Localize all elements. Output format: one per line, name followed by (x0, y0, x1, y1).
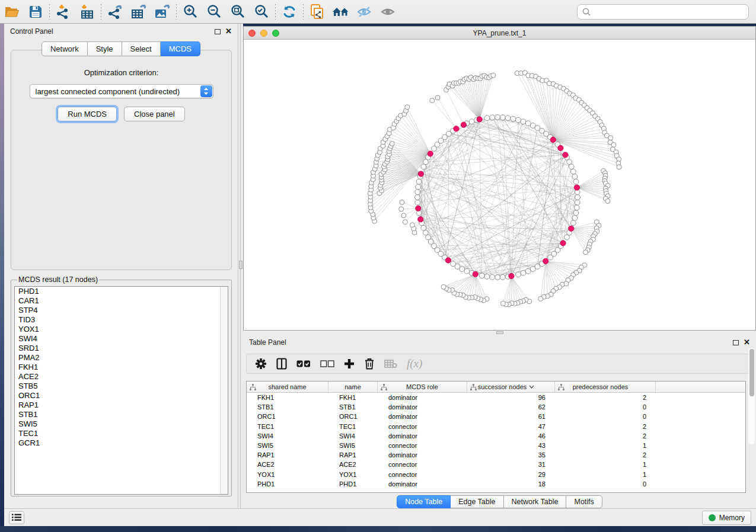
table-cell[interactable]: YOX1 (247, 471, 328, 478)
memory-button[interactable]: Memory (702, 511, 751, 525)
import-table-icon[interactable] (75, 2, 99, 22)
table-cell[interactable]: YOX1 (328, 471, 378, 478)
column-header-successor-nodes[interactable]: successor nodes (467, 382, 555, 392)
mcds-result-item[interactable]: TEC1 (15, 429, 228, 438)
mcds-result-item[interactable]: YOX1 (15, 325, 228, 334)
table-cell[interactable]: connector (378, 423, 467, 430)
table-cell[interactable]: SWI5 (247, 442, 328, 449)
table-cell[interactable]: dominator (378, 432, 467, 440)
table-cell[interactable]: RAP1 (328, 451, 378, 459)
mcds-result-item[interactable]: STP4 (15, 306, 228, 315)
table-cell[interactable]: TEC1 (328, 423, 378, 430)
network-window-titlebar[interactable]: YPA_prune.txt_1 (244, 27, 755, 40)
table-cell[interactable]: 18 (467, 480, 555, 488)
table-cell[interactable]: 2 (555, 423, 656, 430)
table-cell[interactable]: 1 (555, 461, 656, 468)
table-cell[interactable]: 62 (467, 403, 555, 411)
table-cell[interactable]: 46 (467, 432, 555, 440)
table-cell[interactable]: STB1 (328, 403, 378, 411)
table-scrollbar[interactable] (748, 348, 755, 444)
search-input[interactable] (594, 8, 744, 16)
deselect-all-icon[interactable] (320, 360, 334, 367)
table-cell[interactable]: connector (378, 471, 467, 478)
mcds-result-item[interactable]: SWI4 (15, 334, 228, 344)
export-network-icon[interactable] (103, 2, 127, 22)
refresh-layout-icon[interactable] (277, 2, 301, 22)
optimization-criterion-dropdown[interactable]: largest connected component (undirected) (30, 84, 213, 98)
tab-network[interactable]: Network (42, 41, 88, 56)
tab-edge-table[interactable]: Edge Table (451, 495, 503, 508)
column-header-shared-name[interactable]: shared name (247, 382, 328, 392)
mcds-result-item[interactable]: ORC1 (15, 391, 228, 400)
tab-mcds[interactable]: MCDS (161, 41, 200, 56)
tab-motifs[interactable]: Motifs (566, 495, 602, 508)
table-cell[interactable]: 2 (555, 451, 656, 459)
table-cell[interactable]: PHD1 (328, 480, 378, 488)
mcds-result-item[interactable]: PMA2 (15, 353, 228, 363)
zoom-selected-icon[interactable] (250, 2, 273, 22)
close-panel-button[interactable]: Close panel (124, 107, 185, 121)
mcds-result-item[interactable]: STB1 (15, 410, 228, 419)
close-panel-icon[interactable]: ✕ (225, 28, 232, 34)
table-cell[interactable]: RAP1 (247, 451, 328, 459)
run-mcds-button[interactable]: Run MCDS (58, 107, 117, 121)
table-cell[interactable]: ORC1 (247, 413, 328, 420)
show-all-icon[interactable] (377, 2, 400, 22)
tab-node-table[interactable]: Node Table (397, 495, 451, 508)
export-table-icon[interactable] (127, 2, 151, 22)
float-panel-icon[interactable] (733, 340, 739, 345)
table-cell[interactable]: 61 (467, 413, 555, 420)
save-session-icon[interactable] (24, 2, 47, 22)
import-network-icon[interactable] (52, 2, 75, 22)
table-row[interactable]: ACE2ACE2connector311 (247, 460, 745, 469)
mcds-result-item[interactable]: STB5 (15, 382, 228, 391)
add-column-icon[interactable] (344, 358, 355, 369)
mcds-result-item[interactable]: TID3 (15, 315, 228, 325)
table-row[interactable]: TEC1TEC1connector472 (247, 422, 745, 431)
table-row[interactable]: SWI5SWI5connector431 (247, 441, 745, 450)
mcds-result-item[interactable]: CAR1 (15, 296, 228, 306)
tab-style[interactable]: Style (88, 41, 122, 56)
table-cell[interactable]: connector (378, 461, 467, 468)
table-cell[interactable]: dominator (378, 394, 467, 401)
tab-network-table[interactable]: Network Table (504, 495, 567, 508)
open-session-icon[interactable] (0, 2, 24, 22)
table-cell[interactable]: 96 (467, 394, 555, 401)
table-cell[interactable]: PHD1 (247, 480, 328, 488)
vertical-splitter[interactable] (238, 24, 243, 508)
table-cell[interactable]: ACE2 (328, 461, 378, 468)
table-row[interactable]: PHD1PHD1dominator180 (247, 479, 745, 489)
table-cell[interactable]: 1 (555, 471, 656, 478)
table-cell[interactable]: FKH1 (247, 394, 328, 401)
table-cell[interactable]: connector (378, 442, 467, 449)
table-cell[interactable]: 43 (467, 442, 555, 449)
zoom-in-icon[interactable] (178, 2, 202, 22)
table-row[interactable]: SWI4SWI4dominator462 (247, 431, 745, 441)
task-history-button[interactable] (9, 511, 24, 524)
tab-select[interactable]: Select (122, 41, 161, 56)
table-cell[interactable]: FKH1 (328, 394, 378, 401)
column-header-predecessor-nodes[interactable]: predecessor nodes (555, 382, 656, 392)
table-cell[interactable]: STB1 (247, 403, 328, 411)
mcds-result-item[interactable]: SRD1 (15, 344, 228, 353)
table-row[interactable]: ORC1ORC1dominator610 (247, 412, 745, 421)
show-columns-icon[interactable] (276, 358, 287, 370)
table-cell[interactable]: TEC1 (247, 423, 328, 430)
zoom-fit-icon[interactable] (226, 2, 250, 22)
table-cell[interactable]: 35 (467, 451, 555, 459)
settings-gear-icon[interactable] (255, 358, 267, 370)
table-cell[interactable]: 0 (555, 413, 656, 420)
select-all-icon[interactable] (296, 360, 311, 367)
table-cell[interactable]: 0 (555, 403, 656, 411)
table-row[interactable]: RAP1RAP1dominator352 (247, 450, 745, 460)
close-panel-icon[interactable]: ✕ (744, 339, 750, 345)
table-cell[interactable]: 29 (467, 471, 555, 478)
table-cell[interactable]: SWI4 (328, 432, 378, 440)
table-cell[interactable]: dominator (378, 403, 467, 411)
table-cell[interactable]: ACE2 (247, 461, 328, 468)
table-cell[interactable]: 47 (467, 423, 555, 430)
table-row[interactable]: YOX1YOX1connector291 (247, 470, 745, 479)
table-cell[interactable]: ORC1 (328, 413, 378, 420)
table-cell[interactable]: 0 (555, 480, 656, 488)
mcds-list-scrollbar[interactable] (220, 287, 228, 494)
